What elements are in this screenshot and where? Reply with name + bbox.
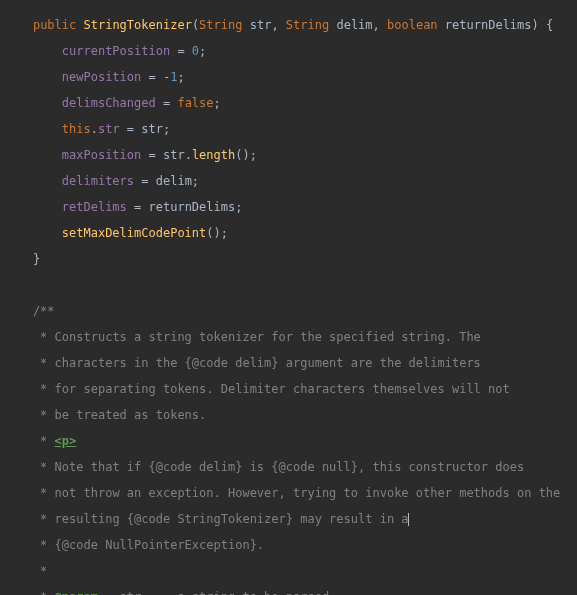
javadoc-line: * not throw an exception. However, tryin… bbox=[0, 487, 577, 500]
javadoc-line: * {@code NullPointerException}. bbox=[0, 539, 577, 552]
javadoc-line: * characters in the {@code delim} argume… bbox=[0, 357, 577, 370]
javadoc-line: * Note that if {@code delim} is {@code n… bbox=[0, 461, 577, 474]
code-line: setMaxDelimCodePoint(); bbox=[0, 227, 577, 240]
code-line: maxPosition = str.length(); bbox=[0, 149, 577, 162]
javadoc-line: * for separating tokens. Delimiter chara… bbox=[0, 383, 577, 396]
code-line: currentPosition = 0; bbox=[0, 45, 577, 58]
code-line: retDelims = returnDelims; bbox=[0, 201, 577, 214]
code-editor[interactable]: public StringTokenizer(String str, Strin… bbox=[0, 0, 577, 595]
javadoc-line: * be treated as tokens. bbox=[0, 409, 577, 422]
javadoc-line: * resulting {@code StringTokenizer} may … bbox=[0, 513, 577, 526]
code-line: this.str = str; bbox=[0, 123, 577, 136]
code-line: public StringTokenizer(String str, Strin… bbox=[0, 19, 577, 32]
javadoc-line: /** bbox=[0, 305, 577, 318]
code-line: newPosition = -1; bbox=[0, 71, 577, 84]
code-line: delimsChanged = false; bbox=[0, 97, 577, 110]
text-cursor bbox=[408, 513, 409, 526]
javadoc-line: * <p> bbox=[0, 435, 577, 448]
code-line: } bbox=[0, 253, 577, 266]
code-line bbox=[0, 279, 577, 292]
code-line: delimiters = delim; bbox=[0, 175, 577, 188]
javadoc-line: * @param str a string to be parsed. bbox=[0, 591, 577, 595]
javadoc-line: * Constructs a string tokenizer for the … bbox=[0, 331, 577, 344]
javadoc-line: * bbox=[0, 565, 577, 578]
